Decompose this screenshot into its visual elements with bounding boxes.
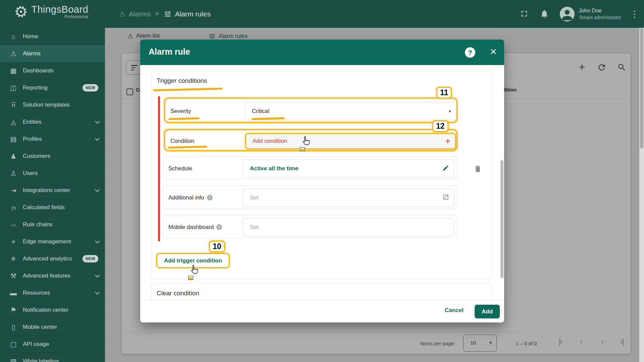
sidebar-item-api-usage[interactable]: ▢ API usage	[0, 336, 105, 353]
mobile-dashboard-field[interactable]: Set	[243, 218, 454, 236]
sidebar-item-customers[interactable]: ♟ Customers	[0, 147, 105, 165]
chevron-down-icon	[95, 119, 100, 124]
breadcrumb-alarms[interactable]: ⚠ Alarms	[119, 10, 151, 18]
user-avatar[interactable]	[560, 7, 575, 21]
sidebar-item-alarms[interactable]: ⚠ Alarms	[0, 45, 105, 62]
sidebar-item-entities[interactable]: ◬ Entities	[0, 113, 105, 130]
edit-schedule-button[interactable]	[442, 165, 449, 173]
sidebar-item-reporting[interactable]: ◫ Reporting NEW	[0, 79, 105, 96]
sidebar-item-label: Reporting	[23, 84, 48, 91]
severity-label: Severity	[170, 99, 191, 124]
sidebar-item-white-labeling[interactable]: ▧ White labeling	[0, 353, 105, 362]
trigger-conditions-title: Trigger conditions	[157, 77, 207, 84]
home-icon: ⌂	[8, 33, 18, 40]
sidebar-item-notification-center[interactable]: ⚑ Notification center	[0, 301, 105, 318]
sidebar-item-solution-templates[interactable]: ⠿ Solution templates	[0, 96, 105, 113]
alarm-icon: ⚠	[8, 50, 18, 57]
sidebar-item-mobile-center[interactable]: ▯ Mobile center	[0, 318, 105, 336]
sidebar-item-label: Entities	[23, 119, 42, 125]
fullscreen-icon	[520, 9, 529, 18]
analytics-icon: ✳	[8, 255, 18, 262]
solution-templates-icon: ⠿	[8, 102, 18, 108]
breadcrumb-parent-label: Alarms	[129, 10, 151, 18]
user-name: John Doe	[579, 8, 621, 14]
cancel-button[interactable]: Cancel	[445, 307, 464, 314]
info-icon[interactable]: i	[216, 224, 222, 230]
schedule-field[interactable]: Active all the time	[243, 160, 454, 178]
sidebar-item-integrations-center[interactable]: ⇥ Integrations center	[0, 182, 105, 199]
window-scrollbar[interactable]	[639, 28, 644, 362]
schedule-label: Schedule	[168, 157, 192, 180]
schedule-row: Schedule Active all the time	[163, 157, 458, 180]
sidebar-item-rule-chains[interactable]: ‹·› Rule chains	[0, 216, 105, 233]
sidebar-item-calculated-fields[interactable]: ƒx Calculated fields	[0, 199, 105, 216]
new-badge: NEW	[83, 255, 98, 262]
breadcrumb-current: Alarm rules	[164, 10, 211, 18]
topbar-actions: John Doe Tenant administrator ⋮	[520, 0, 644, 28]
sidebar-item-resources[interactable]: ▬ Resources	[0, 284, 105, 301]
api-icon: ▢	[8, 341, 18, 348]
breadcrumb: ⚠ Alarms > Alarm rules	[119, 0, 211, 28]
sidebar-item-users[interactable]: ♙ Users	[0, 165, 105, 182]
delete-trigger-condition-button[interactable]	[474, 165, 482, 173]
highlight-underline	[168, 117, 200, 120]
bell-icon	[540, 9, 549, 18]
user-role: Tenant administrator	[579, 15, 621, 20]
edge-antenna-icon: ⌖	[8, 238, 18, 245]
alarm-rule-dialog: Alarm rule ? × Trigger conditions Severi…	[140, 40, 504, 322]
folder-icon: ▬	[8, 290, 18, 296]
additional-info-row: Additional info i Set	[163, 185, 458, 209]
chevron-down-icon	[95, 187, 100, 192]
condition-label: Condition	[170, 130, 195, 152]
kebab-menu-icon[interactable]: ⋮	[630, 9, 637, 19]
sidebar-item-profiles[interactable]: ▤ Profiles	[0, 130, 105, 147]
schedule-value[interactable]: Active all the time	[250, 165, 299, 172]
dialog-scrollbar-thumb[interactable]	[500, 160, 503, 278]
sidebar-item-advanced-analytics[interactable]: ✳ Advanced analytics NEW	[0, 250, 105, 267]
thingsboard-logo[interactable]: ⚙ ThingsBoard Professional	[14, 4, 88, 19]
sidebar-item-edge-management[interactable]: ⌖ Edge management	[0, 233, 105, 250]
additional-info-field[interactable]: Set	[243, 189, 454, 207]
flag-icon: ⚑	[8, 307, 18, 313]
window-scrollbar-thumb[interactable]	[640, 28, 643, 148]
condition-row: Condition Add condition +	[164, 129, 458, 151]
highlight-underline	[153, 87, 223, 91]
chevron-down-icon	[95, 290, 100, 295]
sidebar-item-dashboards[interactable]: ▦ Dashboards	[0, 62, 105, 79]
add-condition-field[interactable]: Add condition +	[245, 133, 456, 149]
sidebar-item-label: API usage	[23, 341, 49, 348]
sidebar-item-label: Resources	[23, 290, 50, 296]
add-condition-action[interactable]: Add condition	[253, 138, 287, 144]
top-bar: ⚙ ThingsBoard Professional ⚠ Alarms > Al…	[0, 0, 644, 28]
breadcrumb-separator: >	[155, 10, 159, 17]
sidebar-item-label: Solution templates	[23, 102, 70, 108]
open-additional-info-button[interactable]	[442, 194, 449, 202]
sidebar-item-advanced-features[interactable]: ⚒ Advanced features	[0, 267, 105, 284]
close-icon[interactable]: ×	[488, 45, 499, 58]
rule-chains-icon: ‹·›	[8, 222, 18, 227]
click-indicator	[188, 276, 193, 280]
sidebar-item-label: Integrations center	[23, 187, 70, 194]
trash-icon	[474, 165, 482, 173]
sidebar-item-home[interactable]: ⌂ Home	[0, 28, 105, 45]
brand-edition: Professional	[64, 14, 89, 19]
app-root: ⚙ ThingsBoard Professional ⚠ Alarms > Al…	[0, 0, 644, 362]
step-badge-10: 10	[209, 241, 225, 252]
help-icon[interactable]: ?	[465, 47, 475, 58]
sidebar-item-label: Customers	[23, 153, 50, 160]
dropdown-arrow-icon: ▾	[448, 108, 451, 114]
add-button[interactable]: Add	[475, 305, 500, 318]
function-icon: ƒx	[8, 205, 18, 210]
dialog-body: Trigger conditions Severity Critical ▾ 1…	[140, 65, 504, 300]
dialog-footer: Cancel Add	[140, 300, 504, 322]
phone-icon: ▯	[8, 324, 18, 330]
dialog-title: Alarm rule	[149, 47, 190, 57]
mobile-dashboard-label-text: Mobile dashboard	[168, 224, 214, 231]
white-labeling-icon: ▧	[8, 358, 18, 362]
user-info[interactable]: John Doe Tenant administrator	[579, 8, 621, 20]
add-condition-plus-icon[interactable]: +	[445, 137, 450, 146]
notifications-button[interactable]	[540, 9, 550, 19]
fullscreen-button[interactable]	[520, 9, 530, 19]
info-icon[interactable]: i	[207, 195, 213, 200]
required-red-bar	[158, 96, 160, 241]
